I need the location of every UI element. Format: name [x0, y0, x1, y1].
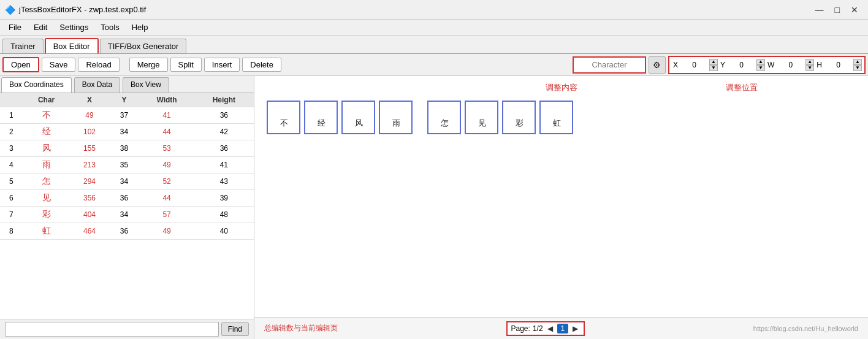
table-row[interactable]: 6 见 356 36 44 39 [0, 190, 254, 207]
cell-width: 57 [140, 207, 194, 223]
cell-height: 41 [194, 157, 254, 173]
w-down[interactable]: ▼ [805, 65, 814, 71]
page-bar: 总编辑数与当前编辑页 Page: 1/2 ◀ 1 ▶ https://blog.… [254, 317, 868, 339]
tab-tiff-box-generator[interactable]: TIFF/Box Generator [100, 39, 187, 53]
gear-button[interactable]: ⚙ [649, 56, 666, 74]
svg-text:雨: 雨 [392, 118, 400, 128]
col-num [0, 93, 23, 107]
table-row[interactable]: 8 虹 464 36 49 40 [0, 223, 254, 240]
w-spin[interactable]: ▲ ▼ [805, 59, 814, 71]
maximize-button[interactable]: □ [830, 4, 845, 16]
cell-char: 不 [23, 107, 70, 124]
cell-height: 36 [194, 140, 254, 157]
merge-button[interactable]: Merge [129, 58, 168, 72]
minimize-button[interactable]: — [810, 4, 829, 16]
svg-text:风: 风 [354, 118, 362, 128]
page-label: Page: [511, 324, 530, 333]
h-label: H [815, 61, 823, 69]
x-down[interactable]: ▼ [709, 65, 718, 71]
cell-y: 36 [109, 190, 140, 207]
tab-bar: Trainer Box Editor TIFF/Box Generator [0, 36, 868, 54]
title-bar-left: 🔷 jTessBoxEditorFX - zwp.test.exp0.tif [5, 5, 146, 15]
menu-file[interactable]: File [2, 21, 28, 34]
character-input[interactable] [573, 56, 646, 74]
h-up[interactable]: ▲ [853, 59, 862, 65]
title-bar: 🔷 jTessBoxEditorFX - zwp.test.exp0.tif —… [0, 0, 868, 20]
window-controls[interactable]: — □ ✕ [810, 4, 863, 16]
menu-settings[interactable]: Settings [53, 21, 94, 34]
w-label: W [766, 61, 775, 69]
col-x: X [70, 93, 108, 107]
tab-box-editor[interactable]: Box Editor [45, 38, 99, 53]
insert-button[interactable]: Insert [204, 58, 240, 72]
h-down[interactable]: ▼ [853, 65, 862, 71]
x-spin[interactable]: ▲ ▼ [709, 59, 718, 71]
char-box: 彩 [502, 101, 536, 134]
cell-x: 213 [70, 157, 108, 173]
y-down[interactable]: ▼ [756, 65, 765, 71]
coord-group: X ▲ ▼ Y ▲ ▼ W ▲ ▼ H ▲ ▼ [668, 56, 866, 74]
cell-y: 38 [109, 140, 140, 157]
y-input[interactable] [728, 58, 755, 72]
menu-tools[interactable]: Tools [94, 21, 125, 34]
cell-height: 48 [194, 207, 254, 223]
cell-char: 见 [23, 190, 70, 207]
menu-help[interactable]: Help [126, 21, 154, 34]
cell-width: 44 [140, 190, 194, 207]
table-header-row: Char X Y Width Height [0, 93, 254, 107]
delete-button[interactable]: Delete [242, 58, 281, 72]
table-row[interactable]: 1 不 49 37 41 36 [0, 107, 254, 124]
cell-y: 34 [109, 124, 140, 140]
menu-edit[interactable]: Edit [28, 21, 53, 34]
total-edit-label: 总编辑数与当前编辑页 [264, 323, 338, 333]
current-page: 1 [557, 324, 569, 333]
svg-text:不: 不 [280, 118, 287, 128]
y-label: Y [719, 61, 726, 69]
watermark: https://blog.csdn.net/Hu_helloworld [753, 325, 858, 332]
cell-x: 464 [70, 223, 108, 240]
find-button[interactable]: Find [221, 322, 249, 336]
cell-height: 36 [194, 107, 254, 124]
table-row[interactable]: 2 经 102 34 44 42 [0, 124, 254, 140]
table-row[interactable]: 3 风 155 38 53 36 [0, 140, 254, 157]
char-box: 风 [341, 101, 375, 134]
table-row[interactable]: 7 彩 404 34 57 48 [0, 207, 254, 223]
cell-char: 彩 [23, 207, 70, 223]
adjust-content-label: 调整内容 [546, 82, 577, 93]
find-bar: Find [0, 319, 254, 339]
sub-tab-box-coordinates[interactable]: Box Coordinates [1, 77, 72, 93]
x-input[interactable] [680, 58, 708, 72]
next-page-button[interactable]: ▶ [571, 324, 580, 333]
table-row[interactable]: 4 雨 213 35 49 41 [0, 157, 254, 173]
table-container[interactable]: Char X Y Width Height 1 不 49 37 41 36 2 … [0, 93, 254, 319]
cell-num: 1 [0, 107, 23, 124]
sub-tab-box-view[interactable]: Box View [123, 77, 169, 93]
y-up[interactable]: ▲ [756, 59, 765, 65]
find-input[interactable] [5, 322, 219, 337]
char-box: 经 [304, 101, 338, 134]
x-up[interactable]: ▲ [709, 59, 718, 65]
close-button[interactable]: ✕ [846, 4, 863, 16]
table-row[interactable]: 5 怎 294 34 52 43 [0, 173, 254, 190]
cell-height: 42 [194, 124, 254, 140]
w-up[interactable]: ▲ [805, 59, 814, 65]
svg-text:虹: 虹 [552, 118, 560, 128]
h-input[interactable] [824, 58, 852, 72]
w-input[interactable] [777, 58, 804, 72]
tab-trainer[interactable]: Trainer [2, 39, 44, 53]
char-box: 怎 [427, 101, 461, 134]
cell-width: 44 [140, 124, 194, 140]
reload-button[interactable]: Reload [78, 58, 119, 72]
cell-num: 8 [0, 223, 23, 240]
y-spin[interactable]: ▲ ▼ [756, 59, 765, 71]
save-button[interactable]: Save [42, 58, 76, 72]
left-panel: Box Coordinates Box Data Box View Char X… [0, 76, 254, 339]
cell-height: 39 [194, 190, 254, 207]
cell-char: 雨 [23, 157, 70, 173]
split-button[interactable]: Split [170, 58, 202, 72]
window-title: jTessBoxEditorFX - zwp.test.exp0.tif [19, 5, 146, 14]
open-button[interactable]: Open [2, 57, 39, 72]
h-spin[interactable]: ▲ ▼ [853, 59, 862, 71]
sub-tab-box-data[interactable]: Box Data [74, 77, 120, 93]
prev-page-button[interactable]: ◀ [546, 324, 555, 333]
